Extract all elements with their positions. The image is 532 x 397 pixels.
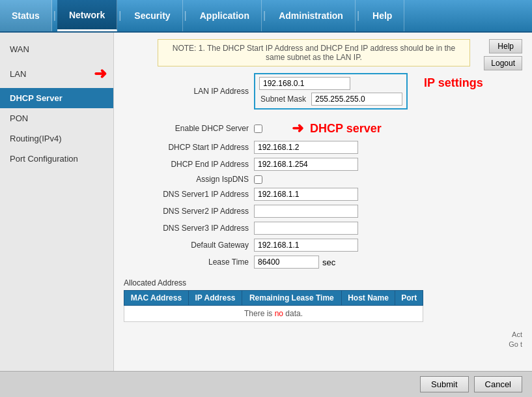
default-gw-label: Default Gateway xyxy=(124,241,254,250)
lan-ip-label: LAN IP Address xyxy=(124,87,254,96)
sidebar-item-lan[interactable]: LAN ➜ xyxy=(0,59,113,88)
note-box: NOTE: 1. The DHCP Start IP Address and D… xyxy=(158,39,470,66)
nav-sep-5: | xyxy=(356,0,361,31)
go-text: Go t xyxy=(509,340,522,348)
dns3-input[interactable] xyxy=(254,222,358,235)
col-ip: IP Address xyxy=(188,291,242,306)
dhcp-server-annotation: DHCP server xyxy=(310,122,382,136)
dns1-label: DNS Server1 IP Address xyxy=(124,190,254,199)
lease-time-input[interactable] xyxy=(254,256,319,269)
help-button[interactable]: Help xyxy=(489,39,522,53)
dns1-input[interactable] xyxy=(254,188,358,201)
nav-network[interactable]: Network xyxy=(57,0,117,31)
ip-settings-annotation: IP settings xyxy=(424,76,483,89)
top-navigation: Status | Network | Security | Applicatio… xyxy=(0,0,532,33)
no-data-cell: There is no data. xyxy=(124,306,423,322)
lease-time-row: Lease Time sec xyxy=(124,256,522,269)
submit-button[interactable]: Submit xyxy=(420,376,468,392)
lease-time-unit: sec xyxy=(322,257,335,267)
bottom-bar: Submit Cancel xyxy=(0,371,532,397)
sidebar-item-pon[interactable]: PON xyxy=(0,108,113,128)
nav-status[interactable]: Status xyxy=(0,0,52,31)
subnet-mask-label: Subnet Mask xyxy=(259,95,311,104)
enable-dhcp-row: Enable DHCP Server ➜ DHCP server xyxy=(124,120,522,137)
col-mac: MAC Address xyxy=(124,291,189,306)
sidebar-item-port-config[interactable]: Port Configuration xyxy=(0,149,113,169)
dhcp-start-input[interactable] xyxy=(254,141,358,154)
sidebar: WAN LAN ➜ DHCP Server PON Routing(IPv4) … xyxy=(0,33,114,371)
dhcp-end-input[interactable] xyxy=(254,158,358,171)
dns1-row: DNS Server1 IP Address xyxy=(124,188,522,201)
act-text: Act xyxy=(512,331,522,338)
main-container: WAN LAN ➜ DHCP Server PON Routing(IPv4) … xyxy=(0,33,532,371)
dhcp-start-row: DHCP Start IP Address xyxy=(124,141,522,154)
logout-button[interactable]: Logout xyxy=(484,56,522,70)
dhcp-arrow-icon: ➜ xyxy=(292,120,303,137)
dns2-input[interactable] xyxy=(254,205,358,218)
lan-ip-row: LAN IP Address Subnet Mask xyxy=(124,73,408,110)
cancel-button[interactable]: Cancel xyxy=(474,376,522,392)
dns2-row: DNS Server2 IP Address xyxy=(124,205,522,218)
dns2-label: DNS Server2 IP Address xyxy=(124,207,254,216)
nav-sep-3: | xyxy=(183,0,188,31)
sidebar-item-routing[interactable]: Routing(IPv4) xyxy=(0,128,113,149)
dns3-label: DNS Server3 IP Address xyxy=(124,224,254,233)
lan-ip-input[interactable] xyxy=(259,77,350,90)
enable-dhcp-label: Enable DHCP Server xyxy=(124,124,254,133)
nav-application[interactable]: Application xyxy=(188,0,262,31)
dhcp-end-label: DHCP End IP Address xyxy=(124,160,254,169)
dhcp-end-row: DHCP End IP Address xyxy=(124,158,522,171)
nav-sep-2: | xyxy=(117,0,122,31)
lease-time-label: Lease Time xyxy=(124,257,254,267)
allocated-title: Allocated Address xyxy=(124,278,522,287)
nav-sep-4: | xyxy=(262,0,267,31)
nav-security[interactable]: Security xyxy=(122,0,182,31)
assign-ispdns-label: Assign IspDNS xyxy=(124,175,254,184)
allocated-table: MAC Address IP Address Remaining Lease T… xyxy=(124,290,423,322)
default-gw-input[interactable] xyxy=(254,239,358,252)
default-gw-row: Default Gateway xyxy=(124,239,522,252)
no-text: no xyxy=(275,309,283,318)
content-area: Help Logout NOTE: 1. The DHCP Start IP A… xyxy=(114,33,532,371)
nav-help[interactable]: Help xyxy=(361,0,404,31)
dhcp-start-label: DHCP Start IP Address xyxy=(124,143,254,152)
nav-administration[interactable]: Administration xyxy=(267,0,356,31)
enable-dhcp-checkbox[interactable] xyxy=(254,125,262,133)
assign-ispdns-row: Assign IspDNS xyxy=(124,175,522,184)
col-lease: Remaining Lease Time xyxy=(242,291,342,306)
assign-ispdns-checkbox[interactable] xyxy=(254,175,262,184)
subnet-mask-input[interactable] xyxy=(311,93,402,106)
allocated-section: Allocated Address MAC Address IP Address… xyxy=(124,278,522,322)
col-hostname: Host Name xyxy=(341,291,395,306)
dns3-row: DNS Server3 IP Address xyxy=(124,222,522,235)
col-port: Port xyxy=(395,291,423,306)
sidebar-arrow-icon: ➜ xyxy=(94,65,107,83)
table-row-nodata: There is no data. xyxy=(124,306,423,322)
sidebar-item-dhcp[interactable]: DHCP Server xyxy=(0,88,113,108)
form-section: LAN IP Address Subnet Mask xyxy=(124,73,522,269)
nav-sep-1: | xyxy=(52,0,57,31)
sidebar-item-wan[interactable]: WAN xyxy=(0,39,113,59)
